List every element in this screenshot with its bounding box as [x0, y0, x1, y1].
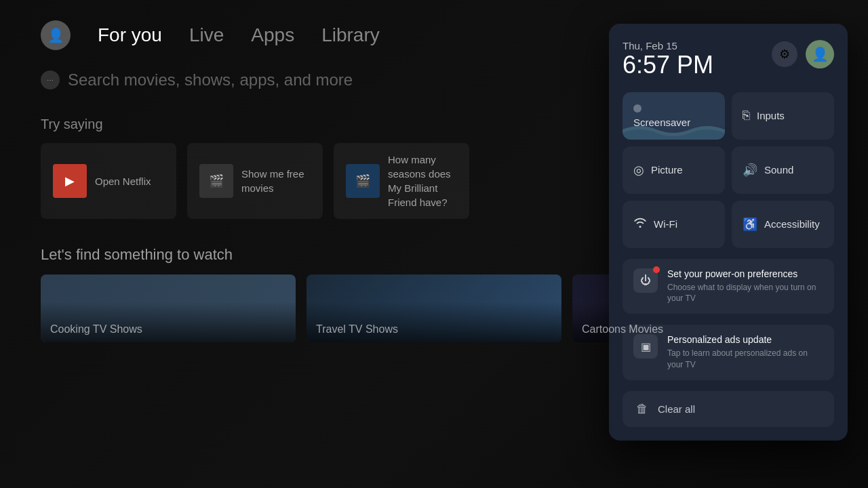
picture-label: Picture: [651, 164, 683, 176]
personalized-ads-icon: ▣: [641, 340, 651, 353]
power-prefs-icon: ⏻: [640, 274, 651, 287]
nav-library[interactable]: Library: [321, 24, 380, 46]
accessibility-tile-row: ♿ Accessibility: [743, 217, 823, 232]
content-cooking-label: Cooking TV Shows: [50, 323, 142, 336]
quick-settings-panel: Thu, Feb 15 6:57 PM ⚙ 👤 Screensaver ⎘ In…: [609, 24, 848, 441]
user-avatar[interactable]: 👤: [41, 20, 71, 50]
free-movies-thumb: 🎬: [199, 164, 233, 198]
panel-user-avatar[interactable]: 👤: [806, 40, 834, 68]
wifi-label: Wi-Fi: [654, 218, 677, 230]
wifi-tile-row: Wi-Fi: [633, 217, 714, 231]
content-cooking[interactable]: Cooking TV Shows: [41, 274, 296, 342]
sound-icon: 🔊: [743, 163, 757, 178]
content-cartoons-label: Cartoons Movies: [582, 323, 663, 336]
sound-tile-row: 🔊 Sound: [743, 163, 823, 178]
accessibility-tile[interactable]: ♿ Accessibility: [732, 201, 834, 248]
search-placeholder: Search movies, shows, apps, and more: [68, 70, 353, 89]
picture-tile[interactable]: ◎ Picture: [623, 146, 725, 194]
inputs-tile-row: ⎘ Inputs: [743, 108, 823, 123]
personalized-ads-text: Personalized ads update Tap to learn abo…: [667, 334, 823, 371]
content-travel-label: Travel TV Shows: [316, 323, 398, 336]
screensaver-tile[interactable]: Screensaver: [623, 92, 725, 140]
header-icons: ⚙ 👤: [772, 40, 834, 68]
wifi-tile[interactable]: Wi-Fi: [623, 201, 725, 248]
personalized-ads-icon-wrap: ▣: [633, 334, 658, 359]
inputs-label: Inputs: [757, 110, 785, 121]
sound-label: Sound: [764, 164, 793, 176]
date-time-block: Thu, Feb 15 6:57 PM: [623, 40, 713, 79]
panel-date: Thu, Feb 15: [623, 40, 713, 52]
sound-tile[interactable]: 🔊 Sound: [732, 146, 834, 194]
panel-header: Thu, Feb 15 6:57 PM ⚙ 👤: [623, 40, 834, 79]
brilliant-friend-thumb: 🎬: [346, 164, 380, 198]
trash-icon: 🗑: [636, 402, 648, 416]
power-prefs-desc: Choose what to display when you turn on …: [667, 282, 823, 305]
suggestion-netflix-label: Open Netflix: [95, 174, 151, 188]
settings-button[interactable]: ⚙: [772, 41, 797, 67]
suggestion-free-movies-label: Show me free movies: [241, 167, 311, 195]
suggestion-netflix[interactable]: ▶ Open Netflix: [41, 143, 176, 219]
screensaver-wave-icon: [623, 119, 725, 140]
netflix-thumb: ▶: [53, 164, 87, 198]
power-prefs-dot: [653, 266, 660, 273]
nav-for-you[interactable]: For you: [98, 24, 162, 46]
nav-live[interactable]: Live: [189, 24, 224, 46]
clear-all-button[interactable]: 🗑 Clear all: [623, 391, 834, 427]
power-prefs-text: Set your power-on preferences Choose wha…: [667, 268, 823, 305]
picture-tile-row: ◎ Picture: [633, 163, 714, 178]
quick-settings-grid: Screensaver ⎘ Inputs ◎ Picture 🔊 Sou: [623, 92, 834, 248]
suggestion-brilliant-friend[interactable]: 🎬 How many seasons does My Brilliant Fri…: [334, 143, 469, 219]
inputs-icon: ⎘: [743, 108, 750, 123]
accessibility-label: Accessibility: [764, 218, 820, 230]
google-assistant-icon: [41, 70, 60, 89]
wifi-icon: [633, 217, 647, 231]
inputs-tile[interactable]: ⎘ Inputs: [732, 92, 834, 140]
content-travel[interactable]: Travel TV Shows: [307, 274, 561, 342]
screensaver-toggle: [633, 104, 642, 113]
picture-icon: ◎: [633, 163, 644, 178]
power-prefs-card[interactable]: ⏻ Set your power-on preferences Choose w…: [623, 259, 834, 314]
personalized-ads-desc: Tap to learn about personalized ads on y…: [667, 348, 823, 371]
power-prefs-title: Set your power-on preferences: [667, 268, 823, 279]
power-prefs-icon-wrap: ⏻: [633, 268, 658, 293]
accessibility-icon: ♿: [743, 217, 757, 232]
suggestion-free-movies[interactable]: 🎬 Show me free movies: [187, 143, 323, 219]
gear-icon: ⚙: [779, 47, 790, 62]
panel-time: 6:57 PM: [623, 52, 713, 79]
suggestion-brilliant-friend-label: How many seasons does My Brilliant Frien…: [388, 152, 457, 209]
clear-all-label: Clear all: [658, 403, 695, 415]
nav-apps[interactable]: Apps: [251, 24, 294, 46]
personalized-ads-title: Personalized ads update: [667, 334, 823, 345]
